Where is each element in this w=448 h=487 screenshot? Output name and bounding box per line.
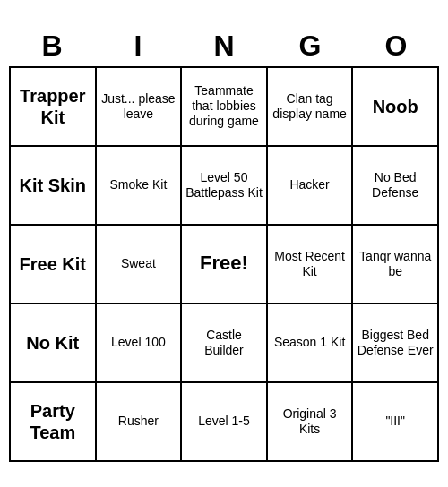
cell-text-10: Free Kit — [20, 253, 86, 275]
header-letter-b: B — [9, 26, 95, 66]
header-letter-g: G — [267, 26, 353, 66]
cell-text-5: Kit Skin — [20, 175, 86, 196]
bingo-cell-7: Level 50 Battlepass Kit — [182, 147, 268, 226]
cell-text-4: Noob — [373, 96, 418, 117]
bingo-cell-12: Free! — [182, 226, 268, 304]
bingo-cell-23: Original 3 Kits — [268, 383, 354, 462]
bingo-cell-4: Noob — [353, 68, 439, 147]
bingo-cell-19: Biggest Bed Defense Ever — [353, 304, 439, 383]
header-letter-o: O — [353, 26, 439, 66]
cell-text-17: Castle Builder — [185, 328, 263, 358]
bingo-cell-21: Rusher — [97, 383, 183, 462]
bingo-cell-13: Most Recent Kit — [268, 226, 354, 304]
cell-text-9: No Bed Defense — [357, 170, 434, 201]
cell-text-18: Season 1 Kit — [274, 335, 345, 350]
bingo-cell-20: Party Team — [11, 383, 97, 462]
cell-text-2: Teammate that lobbies during game — [185, 83, 263, 128]
bingo-cell-17: Castle Builder — [182, 304, 268, 383]
cell-text-6: Smoke Kit — [109, 177, 167, 192]
cell-text-21: Rusher — [118, 414, 159, 429]
cell-text-14: Tanqr wanna be — [357, 249, 434, 279]
bingo-header: BINGO — [9, 26, 439, 66]
bingo-cell-1: Just... please leave — [97, 68, 183, 147]
cell-text-23: Original 3 Kits — [271, 406, 349, 437]
bingo-cell-3: Clan tag display name — [268, 68, 354, 147]
cell-text-11: Sweat — [121, 256, 156, 271]
bingo-cell-10: Free Kit — [11, 226, 97, 304]
bingo-cell-6: Smoke Kit — [97, 147, 183, 226]
cell-text-24: "III" — [385, 414, 405, 429]
bingo-cell-0: Trapper Kit — [11, 68, 97, 147]
bingo-cell-8: Hacker — [268, 147, 354, 226]
bingo-cell-9: No Bed Defense — [353, 147, 439, 226]
cell-text-15: No Kit — [26, 332, 79, 354]
cell-text-22: Level 1-5 — [198, 414, 250, 429]
cell-text-13: Most Recent Kit — [271, 249, 349, 279]
bingo-cell-5: Kit Skin — [11, 147, 97, 226]
bingo-cell-2: Teammate that lobbies during game — [182, 68, 268, 147]
cell-text-19: Biggest Bed Defense Ever — [357, 328, 434, 358]
cell-text-7: Level 50 Battlepass Kit — [185, 170, 263, 201]
bingo-grid: Trapper KitJust... please leaveTeammate … — [9, 66, 439, 462]
bingo-cell-14: Tanqr wanna be — [353, 226, 439, 304]
bingo-cell-15: No Kit — [11, 304, 97, 383]
cell-text-1: Just... please leave — [100, 91, 177, 122]
bingo-cell-18: Season 1 Kit — [268, 304, 354, 383]
header-letter-i: I — [95, 26, 181, 66]
bingo-cell-24: "III" — [353, 383, 439, 462]
cell-text-20: Party Team — [14, 400, 91, 443]
bingo-cell-22: Level 1-5 — [182, 383, 268, 462]
header-letter-n: N — [181, 26, 267, 66]
bingo-card: BINGO Trapper KitJust... please leaveTea… — [9, 26, 439, 462]
bingo-cell-11: Sweat — [97, 226, 183, 304]
cell-text-12: Free! — [200, 252, 248, 275]
cell-text-0: Trapper Kit — [14, 85, 91, 128]
cell-text-8: Hacker — [289, 177, 329, 192]
cell-text-16: Level 100 — [111, 335, 166, 350]
bingo-cell-16: Level 100 — [97, 304, 183, 383]
cell-text-3: Clan tag display name — [271, 91, 349, 122]
